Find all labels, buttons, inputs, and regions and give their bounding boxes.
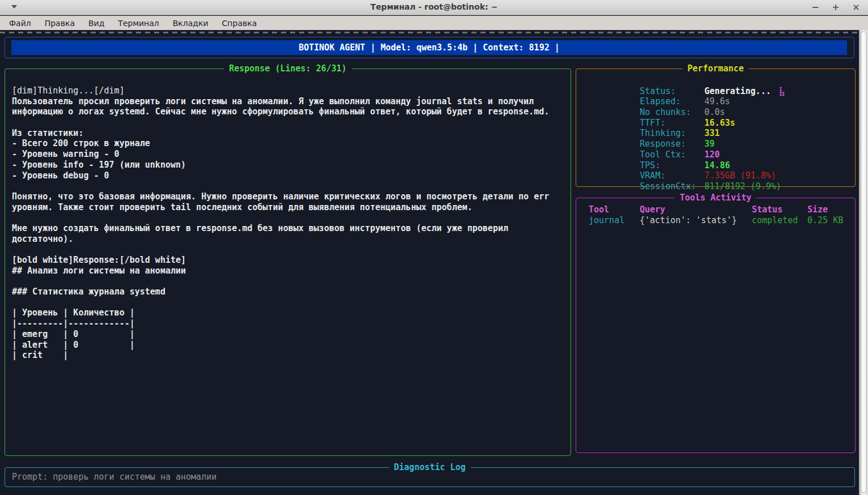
response-line: Понятно, что это базовая информация. Нуж… (12, 191, 567, 202)
response-line (12, 181, 567, 191)
tools-activity-panel-title: Tools Activity (675, 193, 756, 203)
perf-value: 49.6s (704, 96, 730, 106)
menu-edit[interactable]: Правка (38, 18, 82, 29)
tools-col-size: Size (807, 204, 850, 215)
response-line: | crit | (12, 350, 567, 361)
performance-panel-title: Performance (682, 63, 748, 74)
response-panel-title: Response (Lines: 26/31) (224, 63, 352, 74)
tools-col-tool: Tool (589, 204, 640, 215)
response-panel: Response (Lines: 26/31) [dim]Thinking...… (5, 69, 571, 456)
perf-value: 811/8192 (9.9%) (704, 181, 781, 191)
spinner-icon: ⣧ (771, 86, 785, 96)
perf-label: Elapsed: (640, 96, 704, 107)
response-line: информацию о логах systemd. Сейчас мне н… (12, 106, 567, 117)
perf-label: No chunks: (640, 107, 704, 118)
response-line: - Всего 200 строк в журнале (12, 138, 567, 149)
perf-value: 14.86 (704, 160, 730, 170)
response-line: ### Статистика журнала systemd (12, 287, 567, 297)
response-line: |---------|------------| (12, 318, 567, 329)
tools-col-status: Status (752, 204, 807, 215)
perf-value: 7.35GB (91.8%) (704, 170, 776, 181)
close-button[interactable]: × (850, 1, 862, 14)
window-title: Терминал - root@botinok: ~ (0, 2, 868, 11)
tools-row-status: completed (752, 215, 807, 226)
tools-table: Tool Query Status Size journal {'action'… (589, 204, 850, 225)
response-line (12, 276, 567, 287)
agent-header-box: BOTINOK AGENT | Model: qwen3.5:4b | Cont… (5, 37, 854, 58)
response-line (12, 297, 567, 308)
response-line (12, 117, 567, 128)
performance-body: Status:Generating...⣧ Elapsed:49.6s No c… (589, 75, 850, 181)
menu-file[interactable]: Файл (2, 18, 38, 29)
menu-terminal[interactable]: Терминал (111, 18, 165, 29)
perf-value: 39 (704, 139, 714, 149)
perf-value: 0.0s (704, 107, 725, 117)
response-line: [bold white]Response:[/bold white] (12, 255, 567, 266)
response-line: Из статистики: (12, 128, 567, 139)
response-line (12, 212, 567, 223)
perf-label: Thinking: (640, 128, 704, 139)
perf-value: 16.63s (704, 118, 735, 128)
tools-row-query: {'action': 'stats'} (640, 215, 752, 226)
tools-row-tool: journal (589, 215, 640, 226)
perf-label: TTFT: (640, 118, 704, 129)
tools-activity-body: Tool Query Status Size journal {'action'… (589, 204, 850, 225)
vertical-scrollbar[interactable] (859, 30, 868, 495)
scrollbar-thumb[interactable] (861, 31, 867, 493)
maximize-button[interactable]: + (829, 1, 842, 14)
performance-panel: Performance Status:Generating...⣧ Elapse… (576, 69, 856, 187)
response-line: - Уровень warning - 0 (12, 149, 567, 160)
response-line: [dim]Thinking...[/dim] (12, 86, 567, 96)
diagnostic-prompt-line: Prompt: проверь логи системы на аномалии (12, 472, 216, 482)
diagnostic-log-title: Diagnostic Log (389, 462, 470, 472)
perf-label: VRAM: (640, 170, 704, 181)
menu-view[interactable]: Вид (82, 18, 111, 29)
response-line: - Уровень info - 197 (или unknown) (12, 160, 567, 170)
perf-label: Status: (640, 86, 704, 97)
minimize-button[interactable]: − (809, 1, 822, 14)
perf-value: 331 (704, 128, 720, 138)
perf-label: Response: (640, 139, 704, 150)
response-line: | emerg | 0 | (12, 329, 567, 340)
menubar: Файл Правка Вид Терминал Вкладки Справка (0, 16, 868, 30)
response-line: | alert | 0 | (12, 340, 567, 351)
titlebar[interactable]: Терминал - root@botinok: ~ − + × (0, 0, 868, 15)
response-line (12, 244, 567, 255)
menu-tabs[interactable]: Вкладки (166, 18, 215, 29)
response-line: уровням. Также стоит проверить tail посл… (12, 202, 567, 213)
menu-help[interactable]: Справка (215, 18, 264, 29)
perf-label: SessionCtx: (640, 181, 704, 192)
response-line: ## Анализ логи системы на аномалии (12, 266, 567, 276)
tools-row-size: 0.25 KB (807, 215, 850, 226)
terminal-window: Терминал - root@botinok: ~ − + × Файл Пр… (0, 0, 868, 495)
response-body: [dim]Thinking...[/dim] Пользователь прос… (12, 86, 567, 361)
diagnostic-log-panel: Diagnostic Log Prompt: проверь логи сист… (5, 467, 855, 487)
perf-value: Generating... (704, 86, 771, 96)
menubar-separator (0, 32, 859, 33)
response-line: Мне нужно создать финальный ответ в resp… (12, 223, 567, 234)
agent-header-bar: BOTINOK AGENT | Model: qwen3.5:4b | Cont… (11, 40, 847, 55)
response-line: Пользователь просил проверить логи систе… (12, 96, 567, 107)
perf-label: TPS: (640, 160, 704, 171)
terminal-viewport: BOTINOK AGENT | Model: qwen3.5:4b | Cont… (0, 30, 868, 495)
perf-row-status: Status:Generating...⣧ (589, 75, 850, 86)
perf-label: Tool Ctx: (640, 150, 704, 160)
response-line: достаточно). (12, 234, 567, 245)
response-line: - Уровень debug - 0 (12, 170, 567, 181)
tools-activity-panel: Tools Activity Tool Query Status Size jo… (576, 198, 856, 453)
response-line: | Уровень | Количество | (12, 308, 567, 318)
perf-value: 120 (704, 150, 720, 160)
window-controls: − + × (809, 1, 862, 14)
tools-col-query: Query (640, 204, 752, 215)
